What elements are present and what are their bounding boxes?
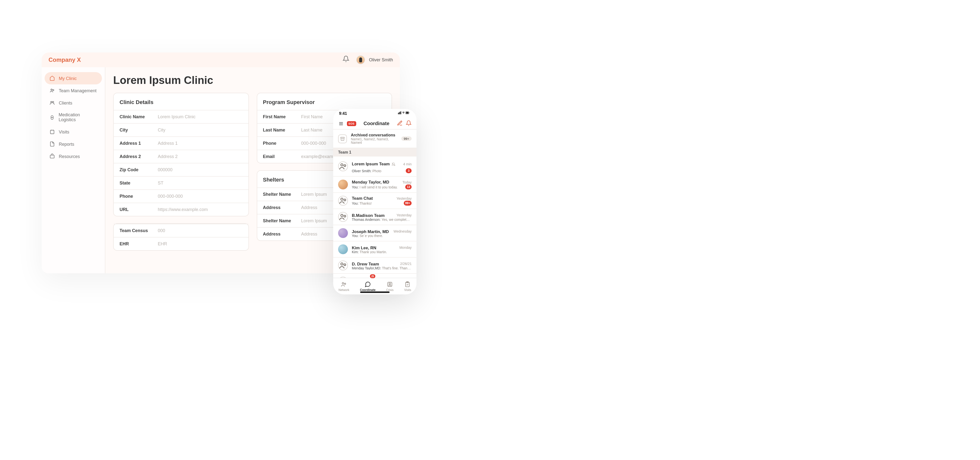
sidebar-item-visits[interactable]: Visits: [45, 126, 102, 138]
notifications-icon[interactable]: [342, 56, 356, 64]
detail-row: EHREHR: [114, 237, 248, 250]
sidebar-item-clients[interactable]: Clients: [45, 97, 102, 109]
chat-preview: You: Se`e you there.: [352, 234, 383, 237]
sidebar-item-label: Resources: [59, 154, 80, 159]
row-label: Address 1: [119, 141, 158, 146]
row-label: State: [119, 180, 158, 185]
tab-network[interactable]: Network: [339, 281, 349, 291]
svg-point-26: [344, 215, 346, 217]
chat-row[interactable]: Menday Taylor, MDTodayYou: I will send i…: [333, 177, 417, 193]
svg-point-30: [344, 283, 346, 284]
user-avatar: [338, 228, 348, 238]
svg-rect-14: [409, 112, 409, 113]
unread-count: 99+: [404, 201, 412, 206]
row-value: Address 1: [158, 141, 242, 146]
detail-row: URLhttps://www.example.com: [114, 203, 248, 216]
row-value: 000: [158, 228, 242, 233]
tab-label: Coordinate: [360, 289, 375, 291]
chat-preview: You: Thanks!: [352, 201, 372, 205]
svg-rect-13: [406, 112, 408, 113]
chat-preview: Thomas Anderson: Yes, we complete…: [352, 217, 412, 221]
user-avatar: [338, 244, 348, 254]
tab-label: Crisis: [386, 289, 393, 291]
chat-row[interactable]: Team ChatYesterdayYou: Thanks!99+: [333, 193, 417, 209]
chat-row[interactable]: B.Madison TeamYesterdayThomas Anderson: …: [333, 209, 417, 225]
user-name[interactable]: Oliver Smith: [369, 58, 393, 62]
row-value: 000-000-000: [158, 194, 242, 199]
alerts-icon[interactable]: [406, 119, 412, 128]
unread-count: 13: [406, 184, 412, 189]
sidebar-item-medication-logistics[interactable]: Medication Logistics: [45, 109, 102, 126]
sidebar-item-label: My Clinic: [59, 76, 77, 81]
svg-point-3: [52, 102, 54, 103]
status-time: 9:41: [339, 111, 347, 115]
svg-rect-11: [401, 111, 401, 114]
sidebar-item-label: Reports: [59, 142, 74, 147]
compose-icon[interactable]: [397, 119, 403, 128]
chat-time: Monday: [399, 246, 412, 249]
archive-icon: [338, 134, 347, 143]
row-label: Last Name: [263, 128, 301, 133]
row-label: Phone: [119, 194, 158, 199]
menu-icon[interactable]: [338, 119, 344, 128]
phone-header: SOS Coordinate: [333, 118, 417, 129]
chat-name: Kim Lee, RN: [352, 245, 376, 250]
sidebar-item-resources[interactable]: Resources: [45, 150, 102, 163]
sidebar-item-my-clinic[interactable]: My Clinic: [45, 72, 102, 85]
section-header: Team 1: [333, 148, 417, 157]
svg-point-23: [341, 198, 343, 200]
svg-point-0: [51, 89, 52, 91]
row-label: Team Census: [119, 228, 158, 233]
chat-time: 2/26/21: [400, 262, 412, 265]
chat-preview: Oliver Smith: Photo: [352, 169, 382, 172]
svg-point-28: [344, 264, 346, 266]
tab-coordinate[interactable]: 25Coordinate: [360, 281, 375, 291]
detail-row: Clinic NameLorem Ipsum Clinic: [114, 110, 248, 123]
svg-point-2: [51, 102, 52, 103]
row-label: URL: [119, 207, 158, 212]
svg-rect-10: [400, 111, 400, 114]
chat-row[interactable]: D. Drew Team2/26/21Menday Taylor,MD: Tha…: [333, 257, 417, 274]
status-bar: 9:41: [333, 109, 417, 118]
tab-label: Network: [339, 289, 349, 291]
clinic-details-card: Clinic Details Clinic NameLorem Ipsum Cl…: [113, 93, 249, 216]
svg-point-32: [389, 283, 391, 285]
archived-row[interactable]: Archived conversations Name1, Name2, Nam…: [333, 129, 417, 148]
row-value: Lorem Ipsum Clinic: [158, 114, 242, 119]
chat-name: Joseph Martin, MD: [352, 229, 389, 234]
svg-rect-7: [50, 155, 54, 158]
row-label: Zip Code: [119, 167, 158, 172]
sos-badge[interactable]: SOS: [347, 121, 356, 126]
row-label: First Name: [263, 114, 301, 119]
row-label: EHR: [119, 241, 158, 246]
user-avatar[interactable]: [356, 56, 365, 64]
detail-row: Address 1Address 1: [114, 136, 248, 150]
svg-point-25: [341, 214, 343, 217]
app-header: Company X Oliver Smith: [41, 53, 400, 67]
chat-row[interactable]: Kim Lee, RNMondayKim: Thank you Martin.: [333, 241, 417, 257]
detail-row: Phone000-000-000: [114, 189, 248, 203]
row-value: https://www.example.com: [158, 207, 242, 212]
svg-point-20: [341, 164, 343, 166]
row-label: Address: [263, 205, 301, 210]
chat-row[interactable]: Joseph Martin, MDWednesdayYou: Se`e you …: [333, 225, 417, 241]
muted-icon: [392, 160, 396, 168]
chat-preview: You: I will send it to you today.: [352, 185, 398, 188]
chat-time: 4 min: [403, 162, 412, 166]
archived-count: 99+: [401, 136, 412, 141]
sidebar-item-reports[interactable]: Reports: [45, 138, 102, 150]
sidebar-item-team-management[interactable]: Team Management: [45, 85, 102, 97]
tab-crisis[interactable]: Crisis: [386, 281, 393, 291]
chat-list[interactable]: Lorem Ipsum Team4 minOliver Smith: Photo…: [333, 157, 417, 278]
unread-count: 3: [406, 168, 412, 173]
page-title: Lorem Ipsum Clinic: [113, 74, 392, 87]
chat-row[interactable]: Lorem Ipsum Team4 minOliver Smith: Photo…: [333, 157, 417, 177]
chat-name: Team Chat: [352, 196, 373, 201]
sidebar-item-label: Medication Logistics: [59, 112, 97, 122]
tab-visits[interactable]: Visits: [404, 281, 411, 291]
brand-logo: Company X: [49, 56, 81, 63]
status-icons: [397, 111, 410, 115]
chat-name: D. Drew Team: [352, 261, 379, 266]
row-label: Shelter Name: [263, 192, 301, 197]
svg-rect-9: [399, 112, 399, 114]
